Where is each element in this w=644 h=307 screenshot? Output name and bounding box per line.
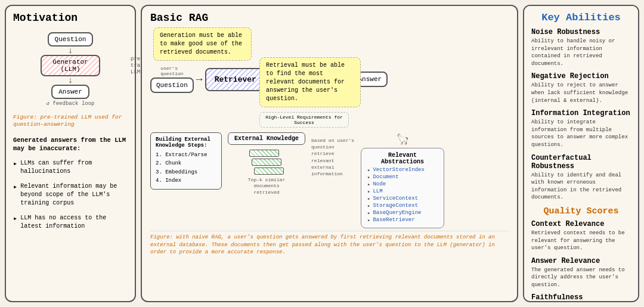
ability-negative-rejection: Negative Rejection Ability to reject to … [531, 72, 631, 104]
quality-desc-0: Retrieved context needs to be relevant f… [531, 230, 631, 252]
quality-name-0: Context Relevance [531, 220, 631, 228]
ra-item-0: ▸VectorStoreIndex [367, 167, 438, 173]
topk-label: Top-k similar documents retrieved [240, 177, 293, 196]
high-level-req-box: High-Level Requirements for Success [259, 112, 349, 128]
rag-panel: Basic RAG Generation must be able to mak… [141, 5, 518, 302]
retriever-node: Retriever [205, 68, 266, 91]
doc-stack-3 [254, 168, 284, 175]
bullet-2: ▸ Relevant information may be beyond sco… [13, 182, 128, 207]
quality-name-2: Faithfulness [531, 293, 631, 302]
motivation-flow-diagram: Question ↓ Generator (LLM) pre-trained L… [13, 32, 128, 107]
relevant-abstractions-box: RelevantAbstractions ▸VectorStoreIndex ▸… [361, 148, 444, 228]
abilities-title: Key Abilities [531, 12, 631, 23]
ability-name-3: Counterfactual Robustness [531, 154, 631, 170]
quality-scores-title: Quality Scores [531, 206, 631, 216]
ra-item-2: ▸Node [367, 181, 438, 188]
quality-faithfulness: Faithfulness The generated answer must b… [531, 293, 631, 302]
generated-answers-text: Generated answers from the LLM may be in… [13, 136, 128, 153]
based-on-label: based on user's question retrieve releva… [311, 137, 356, 177]
ability-name-2: Information Integration [531, 109, 631, 117]
bullet-text-1: LLMs can suffer from hallucinations [20, 159, 128, 176]
ability-counterfactual-robustness: Counterfactual Robustness Ability to ide… [531, 154, 631, 201]
generator-box: Generator (LLM) [41, 55, 100, 76]
bullet-symbol-3: ▸ [13, 214, 17, 231]
ability-name-1: Negative Rejection [531, 72, 631, 80]
ability-desc-0: Ability to handle noisy or irrelevant in… [531, 38, 631, 67]
abilities-panel: Key Abilities Noise Robustness Ability t… [523, 5, 639, 302]
ra-item-7: ▸BaseRetriever [367, 217, 438, 224]
users-question-label: user'squestion [160, 66, 183, 76]
ability-desc-1: Ability to reject to answer when lack su… [531, 82, 631, 104]
quality-answer-relevance: Answer Relevance The generated answer ne… [531, 257, 631, 289]
ext-knowledge-visual [249, 150, 284, 175]
ability-desc-3: Ability to identify and deal with known … [531, 172, 631, 201]
question-node: Question [150, 77, 194, 93]
ra-item-5: ▸StorageContext [367, 203, 438, 209]
top-callout: Generation must be able to make good use… [153, 27, 252, 61]
ra-item-1: ▸Document [367, 174, 438, 181]
quality-desc-1: The generated answer needs to directly a… [531, 266, 631, 289]
ra-item-6: ▸BaseQueryEngine [367, 210, 438, 216]
motivation-figure-caption: Figure: pre-trained LLM used for questio… [13, 114, 128, 129]
doc-stack-2 [252, 159, 281, 166]
answer-box: Answer [51, 85, 89, 99]
arrow-q-to-r: → [196, 73, 203, 85]
knowledge-title: Building External Knowledge Steps: [156, 137, 216, 148]
ra-item-4: ▸ServiceContext [367, 196, 438, 202]
arrow-down-1: ↓ [68, 46, 73, 55]
motivation-panel: Motivation Question ↓ Generator (LLM) pr… [5, 5, 136, 302]
bottom-callout: Retrieval must be able to find the most … [259, 57, 361, 107]
ability-info-integration: Information Integration Ability to integ… [531, 109, 631, 148]
bullet-symbol-2: ▸ [13, 182, 17, 207]
doc-stack-1 [249, 150, 279, 157]
ability-name-0: Noise Robustness [531, 28, 631, 36]
bullet-symbol-1: ▸ [13, 159, 17, 176]
back-arrow-label: ↺ feedback loop [46, 100, 94, 107]
bullet-3: ▸ LLM has no access to the latest inform… [13, 214, 128, 231]
llama-icon: 🦙 [396, 132, 409, 145]
ability-desc-2: Ability to integrate information from mu… [531, 119, 631, 148]
motivation-title: Motivation [13, 12, 128, 24]
building-knowledge-box: Building External Knowledge Steps: 1. Ex… [150, 132, 222, 190]
bullet-text-2: Relevant information may be beyond scope… [20, 182, 128, 207]
question-box: Question [48, 32, 94, 46]
ra-item-3: ▸LLM [367, 188, 438, 195]
rag-figure-caption: Figure: with naive RAG, a user's questio… [150, 231, 509, 256]
ability-noise-robustness: Noise Robustness Ability to handle noisy… [531, 28, 631, 67]
bullet-text-3: LLM has no access to the latest informat… [20, 214, 128, 231]
arrow-down-2: ↓ [68, 76, 73, 85]
relevant-abstractions-title: RelevantAbstractions [367, 152, 438, 165]
knowledge-steps: 1. Extract/Parse 2. Chunk 3. Embeddings … [156, 151, 216, 185]
quality-context-relevance: Context Relevance Retrieved context need… [531, 220, 631, 252]
rag-title: Basic RAG [150, 12, 509, 24]
external-knowledge-label: External Knowledge [228, 132, 305, 145]
bullet-1: ▸ LLMs can suffer from hallucinations [13, 159, 128, 176]
quality-name-1: Answer Relevance [531, 257, 631, 265]
